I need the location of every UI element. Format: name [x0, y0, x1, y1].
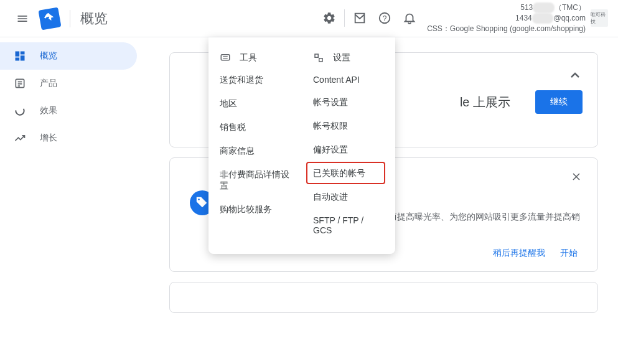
bell-icon[interactable]: [397, 6, 422, 30]
sidebar-label: 效果: [40, 105, 57, 116]
continue-button[interactable]: 继续: [535, 90, 583, 114]
chevron-up-icon[interactable]: [568, 68, 583, 83]
sidebar-item-overview[interactable]: 概览: [0, 42, 137, 70]
settings-gear-icon[interactable]: [317, 6, 342, 30]
menu-linked-accounts[interactable]: 已关联的帐号: [302, 162, 395, 185]
svg-text:?: ?: [383, 14, 387, 23]
menu-preferences[interactable]: 偏好设置: [302, 138, 395, 162]
menu-tax[interactable]: 销售税: [208, 116, 302, 139]
account-info[interactable]: 5130000（TMC） 14340000@qq.com CSS：Google …: [427, 2, 586, 34]
settings-icon: [313, 52, 324, 63]
svg-rect-13: [319, 58, 322, 62]
card-title-fragment: le 上展示: [460, 94, 510, 111]
tools-icon: [220, 52, 231, 63]
divider: [70, 10, 70, 27]
performance-icon: [12, 103, 27, 118]
sidebar-label: 概览: [40, 50, 57, 62]
menu-shipping[interactable]: 送货和退货: [208, 68, 302, 92]
mail-icon[interactable]: [347, 6, 372, 30]
page-title: 概览: [80, 9, 108, 28]
sidebar-label: 产品: [40, 78, 57, 89]
account-email-prefix: 1434: [515, 14, 532, 22]
remind-later-button[interactable]: 稍后再提醒我: [493, 248, 545, 259]
settings-title: 设置: [333, 52, 350, 63]
divider: [344, 9, 345, 27]
merchant-center-logo: [38, 7, 61, 30]
sidebar-label: 增长: [40, 133, 57, 144]
account-id-suffix: （TMC）: [555, 3, 586, 12]
css-label: CSS：: [427, 24, 450, 33]
tools-column: 工具 送货和退货 地区 销售税 商家信息 非付费商品详情设置 购物比较服务: [208, 42, 302, 246]
account-email-suffix: @qq.com: [553, 14, 586, 22]
svg-point-7: [14, 105, 26, 116]
menu-sftp[interactable]: SFTP / FTP / GCS: [302, 209, 395, 241]
partner-logo-icon: 唯可科技: [591, 9, 608, 27]
redacted: 0000: [532, 13, 554, 24]
close-icon[interactable]: [570, 170, 583, 183]
tools-settings-menu: 工具 送货和退货 地区 销售税 商家信息 非付费商品详情设置 购物比较服务 设置…: [208, 37, 395, 254]
tools-header: 工具: [208, 47, 302, 68]
app-header: 概览 ? 5130000（TMC） 14340000@qq.com CSS：Go…: [0, 0, 618, 37]
svg-rect-12: [315, 54, 318, 57]
account-id-prefix: 513: [520, 3, 533, 12]
menu-shopping-compare[interactable]: 购物比较服务: [208, 198, 302, 222]
header-right: ? 5130000（TMC） 14340000@qq.com CSS：Googl…: [317, 2, 608, 34]
sidebar-nav: 概览 产品 效果 增长: [0, 37, 149, 364]
svg-point-8: [198, 198, 200, 200]
settings-column: 设置 Content API 帐号设置 帐号权限 偏好设置 已关联的帐号 自动改…: [302, 42, 395, 246]
sidebar-item-performance[interactable]: 效果: [0, 97, 137, 124]
sidebar-item-growth[interactable]: 增长: [0, 124, 137, 152]
menu-content-api[interactable]: Content API: [302, 68, 395, 91]
growth-icon: [12, 131, 27, 146]
next-card-peek: [169, 282, 598, 313]
menu-account-settings[interactable]: 帐号设置: [302, 91, 395, 114]
svg-rect-9: [221, 55, 230, 60]
settings-header: 设置: [302, 47, 395, 68]
dashboard-icon: [12, 49, 27, 63]
tools-title: 工具: [240, 52, 257, 63]
hamburger-menu-button[interactable]: [10, 6, 35, 31]
redacted: 0000: [533, 2, 555, 13]
help-icon[interactable]: ?: [372, 6, 397, 30]
sidebar-item-products[interactable]: 产品: [0, 70, 137, 97]
menu-account-permissions[interactable]: 帐号权限: [302, 114, 395, 138]
menu-free-listings[interactable]: 非付费商品详情设置: [208, 163, 302, 198]
menu-business-info[interactable]: 商家信息: [208, 139, 302, 163]
menu-regions[interactable]: 地区: [208, 92, 302, 116]
list-icon: [12, 76, 27, 91]
start-button[interactable]: 开始: [560, 248, 578, 259]
menu-auto-improve[interactable]: 自动改进: [302, 185, 395, 209]
css-link[interactable]: Google Shopping (google.com/shopping): [450, 24, 586, 33]
